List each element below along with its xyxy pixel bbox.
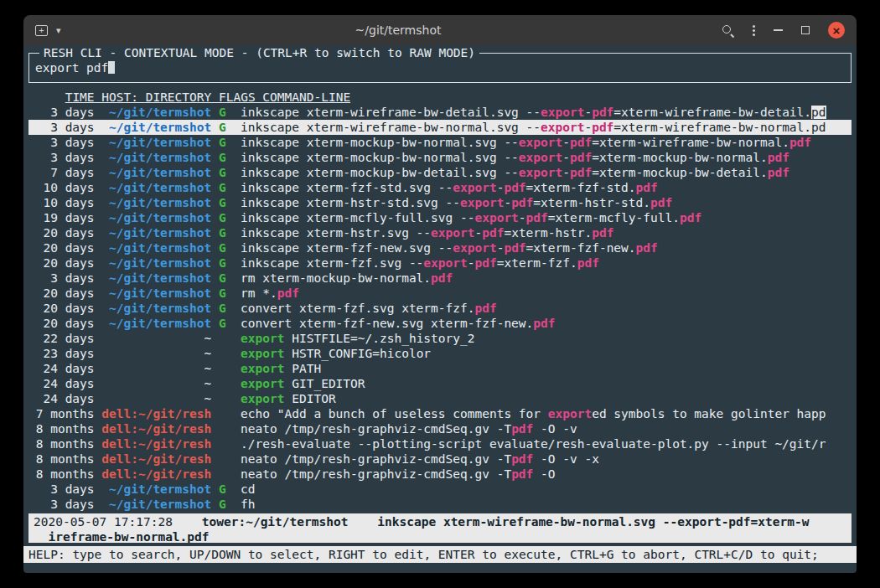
- row-command: rm *.pdf: [241, 286, 852, 301]
- history-rows: 3 days~/git/termshotGinkscape xterm-wire…: [28, 105, 852, 512]
- text-segment: pdf: [577, 256, 599, 270]
- history-row[interactable]: 3 days~/git/termshotGinkscape xterm-wire…: [28, 120, 852, 135]
- text-segment: inkscape xterm-hstr.svg --: [241, 226, 431, 240]
- history-row[interactable]: 20 days~/git/termshotGinkscape xterm-hst…: [28, 225, 852, 240]
- history-row[interactable]: 22 days~export HISTFILE=~/.zsh_history_2: [28, 331, 852, 346]
- text-segment: export: [519, 166, 562, 179]
- text-segment: export: [241, 347, 284, 360]
- history-row[interactable]: 10 days~/git/termshotGinkscape xterm-hst…: [28, 195, 852, 210]
- text-segment: -: [584, 121, 592, 134]
- history-row[interactable]: 19 days~/git/termshotGinkscape xterm-mcf…: [28, 210, 852, 225]
- history-row[interactable]: 24 days~export GIT_EDITOR: [28, 376, 852, 391]
- text-segment: -O -v -x: [533, 452, 599, 466]
- row-flags: G: [219, 240, 233, 255]
- history-row[interactable]: 3 days~/git/termshotGinkscape xterm-mock…: [28, 150, 852, 165]
- text-segment: ireframe-bw-normal.pdf: [34, 530, 210, 543]
- row-flags: G: [219, 225, 233, 240]
- row-host: dell:~/git/resh: [101, 406, 211, 421]
- restore-button[interactable]: [801, 26, 810, 34]
- history-row[interactable]: 24 days~export PATH: [28, 361, 852, 376]
- history-row[interactable]: 20 days~/git/termshotGrm *.pdf: [28, 286, 852, 301]
- search-box[interactable]: RESH CLI - CONTEXTUAL MODE - (CTRL+R to …: [28, 53, 852, 83]
- history-row[interactable]: 20 days~/git/termshotGconvert xterm-fzf.…: [28, 301, 852, 316]
- text-segment: pdf: [592, 226, 613, 240]
- text-segment: =xterm-mcfly-full.: [548, 211, 680, 224]
- text-segment: neato /tmp/resh-graphviz-cmdSeq.gv -T: [241, 452, 511, 466]
- text-segment: export: [241, 362, 284, 375]
- text-segment: =xterm-mockup-bw-normal.: [592, 151, 768, 164]
- text-segment: pdf: [592, 106, 613, 119]
- chevron-down-icon: ▾: [56, 25, 61, 36]
- history-row[interactable]: 7 days~/git/termshotGinkscape xterm-mock…: [28, 165, 852, 180]
- history-row[interactable]: 20 days~/git/termshotGinkscape xterm-fzf…: [28, 240, 852, 255]
- titlebar-right: ×: [660, 22, 845, 39]
- row-flags: G: [219, 286, 233, 301]
- header-padding: [28, 90, 65, 104]
- text-segment: rm xterm-mockup-bw-normal.: [241, 271, 431, 285]
- row-host: ~/git/termshot: [101, 240, 211, 255]
- text-segment: pdf: [482, 226, 504, 240]
- history-row[interactable]: 20 days~/git/termshotGinkscape xterm-fzf…: [28, 255, 852, 271]
- query-input[interactable]: export pdf: [35, 61, 108, 75]
- text-segment: PATH: [285, 362, 322, 375]
- history-row[interactable]: 3 days~/git/termshotGinkscape xterm-wire…: [28, 105, 852, 120]
- history-row[interactable]: 3 days~/git/termshotGrm xterm-mockup-bw-…: [28, 271, 852, 286]
- row-host: ~/git/termshot: [101, 135, 211, 150]
- terminal-window: + ▾ ~/git/termshot ×: [23, 15, 857, 573]
- history-row[interactable]: 8 monthsdell:~/git/reshneato /tmp/resh-g…: [28, 467, 852, 482]
- search-button[interactable]: [722, 24, 734, 37]
- history-row[interactable]: 10 days~/git/termshotGinkscape xterm-fzf…: [28, 180, 852, 195]
- text-segment: pdf: [768, 151, 789, 164]
- row-host: ~/git/termshot: [101, 316, 211, 331]
- row-time: 3 days: [28, 135, 95, 150]
- text-segment: =xterm-hstr.: [504, 226, 592, 240]
- row-command: convert xterm-fzf.svg xterm-fzf.pdf: [241, 301, 852, 316]
- new-tab-button[interactable]: +: [35, 25, 48, 36]
- detail-line2: ireframe-bw-normal.pdf: [34, 529, 846, 543]
- history-row[interactable]: 8 monthsdell:~/git/resh./resh-evaluate -…: [28, 436, 852, 451]
- history-row[interactable]: 3 days~/git/termshotGinkscape xterm-mock…: [28, 135, 852, 150]
- minimize-button[interactable]: [774, 29, 783, 31]
- row-time: 7 months: [28, 406, 95, 421]
- close-button[interactable]: ×: [828, 22, 845, 39]
- text-segment: inkscape xterm-wireframe-bw-detail.svg -…: [241, 106, 541, 119]
- history-row[interactable]: 23 days~export HSTR_CONFIG=hicolor: [28, 346, 852, 361]
- row-flags: G: [219, 210, 233, 225]
- new-tab-icon: +: [35, 25, 48, 36]
- text-segment: pdf: [650, 196, 672, 209]
- text-segment: pdf: [511, 452, 533, 466]
- tab-dropdown-button[interactable]: ▾: [56, 25, 61, 36]
- text-segment: neato /tmp/resh-graphviz-cmdSeq.gv -T: [241, 422, 511, 436]
- history-row[interactable]: 7 monthsdell:~/git/reshecho "Add a bunch…: [28, 406, 852, 421]
- history-row[interactable]: 24 days~export EDITOR: [28, 391, 852, 406]
- row-host: ~/git/termshot: [101, 286, 211, 301]
- text-segment: export: [460, 196, 504, 209]
- row-host: ~: [101, 391, 211, 406]
- history-row[interactable]: 3 days~/git/termshotGfh: [28, 497, 852, 512]
- terminal-screen[interactable]: RESH CLI - CONTEXTUAL MODE - (CTRL+R to …: [23, 45, 857, 573]
- search-box-title: RESH CLI - CONTEXTUAL MODE - (CTRL+R to …: [39, 45, 479, 60]
- text-segment: -: [562, 166, 570, 179]
- row-flags: G: [219, 135, 233, 150]
- close-icon: ×: [833, 24, 841, 37]
- row-time: 3 days: [28, 497, 95, 512]
- titlebar-left: + ▾: [35, 25, 136, 36]
- text-segment: ed symbols to make golinter happ: [592, 407, 826, 420]
- history-row[interactable]: 8 monthsdell:~/git/reshneato /tmp/resh-g…: [28, 451, 852, 467]
- history-row[interactable]: 3 days~/git/termshotGcd: [28, 482, 852, 497]
- row-command: inkscape xterm-fzf-std.svg --export-pdf=…: [241, 180, 852, 195]
- history-row[interactable]: 20 days~/git/termshotGconvert xterm-fzf-…: [28, 316, 852, 331]
- menu-button[interactable]: [753, 23, 755, 38]
- row-time: 24 days: [28, 391, 95, 406]
- row-host: ~/git/termshot: [101, 120, 211, 135]
- text-cursor: [108, 61, 115, 74]
- text-segment: =xterm-hstr-std.: [533, 196, 650, 209]
- row-command: export EDITOR: [241, 391, 852, 406]
- row-time: 8 months: [28, 421, 95, 436]
- text-segment: pdf: [511, 196, 533, 209]
- history-row[interactable]: 8 monthsdell:~/git/reshneato /tmp/resh-g…: [28, 421, 852, 436]
- text-segment: export: [241, 377, 284, 390]
- row-host: ~: [101, 361, 211, 376]
- row-time: 20 days: [28, 225, 95, 240]
- text-segment: export: [548, 407, 592, 420]
